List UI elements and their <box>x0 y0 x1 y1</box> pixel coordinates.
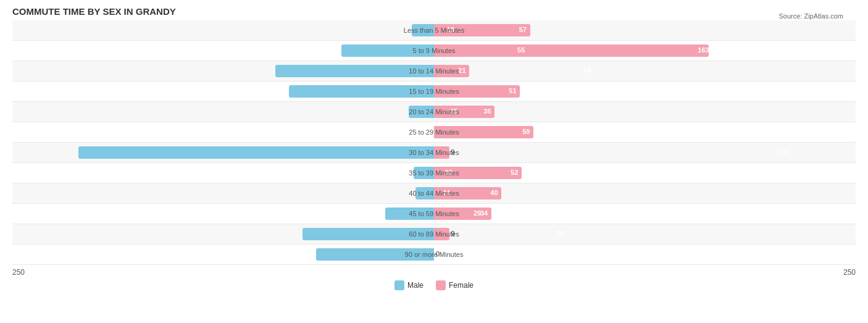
female-value: 163 <box>698 46 709 54</box>
female-value: 9 <box>451 230 455 237</box>
female-bar <box>434 228 449 240</box>
bar-row: 15 to 19 Minutes8651 <box>12 82 856 102</box>
bar-row: 5 to 9 Minutes55163 <box>12 41 856 61</box>
male-value: 70 <box>543 250 550 258</box>
source-label: Source: ZipAtlas.com <box>778 12 843 20</box>
male-legend-box <box>394 280 404 290</box>
female-value: 51 <box>509 87 516 94</box>
female-value: 21 <box>458 67 465 74</box>
male-bar <box>316 248 434 261</box>
male-bar <box>289 85 434 98</box>
legend: Male Female <box>12 280 856 290</box>
female-bar <box>434 44 709 57</box>
chart-container: Less than 5 Minutes13575 to 9 Minutes551… <box>12 20 856 290</box>
female-legend-box <box>436 280 446 290</box>
male-bar <box>414 167 434 179</box>
axis-left: 250 <box>12 268 25 277</box>
bar-row: 25 to 29 Minutes59 <box>12 122 856 143</box>
female-value: 52 <box>511 169 518 176</box>
female-value: 36 <box>483 107 491 115</box>
male-legend-label: Male <box>407 281 424 290</box>
male-value: 78 <box>556 230 564 237</box>
male-value: 11 <box>443 189 451 196</box>
male-value: 55 <box>517 46 525 54</box>
chart-title: COMMUTE TIME BY SEX IN GRANDY <box>12 6 856 17</box>
female-legend-label: Female <box>449 281 474 290</box>
bar-row: Less than 5 Minutes1357 <box>12 20 856 41</box>
male-value: 12 <box>445 169 453 176</box>
female-bar <box>434 85 520 98</box>
female-value: 40 <box>490 189 498 196</box>
male-bar <box>341 44 434 57</box>
female-value: 34 <box>480 209 488 217</box>
axis-row: 250 250 <box>12 268 856 277</box>
male-value: 13 <box>446 26 454 33</box>
male-bar <box>409 106 434 118</box>
male-value: 86 <box>570 87 577 94</box>
male-bar <box>412 24 434 36</box>
bar-row: 30 to 34 Minutes2119 <box>12 143 856 163</box>
legend-male: Male <box>394 280 424 290</box>
female-value: 9 <box>451 148 455 156</box>
bar-row: 35 to 39 Minutes1252 <box>12 163 856 183</box>
male-bar <box>415 187 434 199</box>
bar-row: 60 to 89 Minutes789 <box>12 224 856 245</box>
axis-right: 250 <box>843 268 856 277</box>
bar-row: 20 to 24 Minutes1536 <box>12 102 856 122</box>
female-bar <box>434 146 449 159</box>
male-value: 211 <box>777 148 788 156</box>
female-bar <box>434 126 533 138</box>
bar-row: 10 to 14 Minutes9421 <box>12 61 856 82</box>
male-value: 94 <box>583 67 591 74</box>
legend-female: Female <box>436 280 474 290</box>
bar-row: 40 to 44 Minutes1140 <box>12 183 856 204</box>
male-bar <box>275 65 434 77</box>
female-value: 57 <box>519 26 527 33</box>
male-bar <box>78 146 434 159</box>
bar-row: 45 to 59 Minutes2934 <box>12 204 856 224</box>
male-bar <box>303 228 434 240</box>
bar-row: 90 or more Minutes700 <box>12 245 856 265</box>
male-bar <box>385 208 434 220</box>
female-value: 59 <box>522 128 530 135</box>
bars-wrapper: Less than 5 Minutes13575 to 9 Minutes551… <box>12 20 856 265</box>
male-value: 15 <box>450 107 457 115</box>
female-value: 0 <box>436 250 440 258</box>
